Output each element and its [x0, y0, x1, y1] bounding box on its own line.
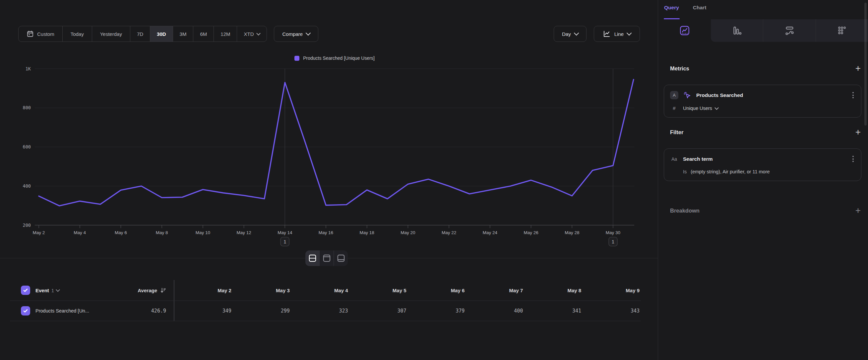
filter-operator[interactable]: Is	[683, 169, 687, 174]
sidebar: Query Chart Metrics + A	[658, 0, 868, 360]
aggregation-dropdown[interactable]: Unique Users	[683, 106, 718, 111]
x-axis-label: May 4	[73, 230, 86, 235]
x-axis-label: May 24	[483, 230, 498, 235]
x-axis-label: May 16	[319, 230, 333, 235]
check-icon	[23, 308, 28, 313]
tab-funnels[interactable]	[711, 19, 763, 42]
filter-section-header: Filter +	[670, 129, 861, 136]
metric-series-badge: A	[670, 91, 678, 99]
cell-value: 307	[349, 308, 408, 314]
events-table: Event 1 Average May 2May 3May 4May 5May …	[10, 280, 641, 321]
column-header[interactable]: May 2	[175, 287, 233, 293]
sort-icon	[160, 287, 166, 294]
funnels-icon	[731, 25, 742, 36]
event-count: 1	[52, 287, 54, 293]
flows-icon	[784, 25, 795, 36]
layout-split-button[interactable]	[305, 250, 320, 266]
y-axis-label: 800	[23, 105, 31, 110]
x-axis-label: May 10	[196, 230, 210, 235]
x-axis-label: May 28	[565, 230, 579, 235]
metric-menu-button[interactable]	[851, 91, 855, 100]
tab-chart[interactable]: Chart	[693, 5, 706, 19]
average-label: Average	[137, 287, 157, 293]
annotation-badge-label: 1	[612, 239, 614, 244]
check-icon	[23, 287, 28, 293]
tab-apps[interactable]	[816, 19, 868, 42]
layout-toggle	[305, 250, 348, 266]
data-line	[39, 79, 633, 205]
x-axis-label: May 30	[606, 230, 620, 235]
chevron-down-icon	[56, 287, 60, 292]
x-axis-label: May 8	[156, 230, 168, 235]
x-axis-label: May 6	[115, 230, 127, 235]
filter-menu-button[interactable]	[851, 155, 855, 163]
column-header[interactable]: May 8	[524, 287, 583, 293]
x-axis-label: May 20	[401, 230, 415, 235]
chevron-down-icon	[714, 106, 719, 110]
average-column-header[interactable]: Average	[125, 287, 166, 294]
row-checkbox[interactable]	[21, 306, 30, 315]
aggregation-label: Unique Users	[683, 106, 712, 111]
apps-grid-icon	[836, 25, 847, 36]
filter-card[interactable]: Aa Search term Is (empty string), Air pu…	[664, 148, 861, 181]
column-header[interactable]: May 6	[408, 287, 466, 293]
x-axis-label: May 26	[524, 230, 538, 235]
main-panel: CustomTodayYesterday7D30D3M6M12MXTD Comp…	[0, 0, 658, 360]
x-axis-label: May 22	[442, 230, 456, 235]
y-axis-label: 1K	[26, 66, 31, 72]
cell-value: 323	[291, 308, 349, 314]
row-label: Products Searched [Un...	[35, 308, 89, 313]
y-axis-label: 600	[23, 144, 31, 149]
metric-name: Products Searched	[696, 92, 743, 98]
y-axis-label: 200	[23, 222, 31, 228]
filter-property-name: Search term	[683, 156, 713, 162]
x-axis-label: May 2	[33, 230, 45, 235]
scrollbar-thumb[interactable]	[864, 3, 867, 126]
column-header[interactable]: May 5	[349, 287, 408, 293]
add-metric-button[interactable]: +	[856, 65, 861, 72]
string-property-icon: Aa	[670, 157, 678, 162]
filter-value[interactable]: (empty string), Air purifier, or 11 more	[691, 169, 770, 174]
report-type-tabs	[658, 19, 868, 42]
add-filter-button[interactable]: +	[856, 129, 861, 136]
cell-value: 349	[175, 308, 233, 314]
annotation-badge-label: 1	[283, 239, 286, 244]
tab-insights[interactable]	[658, 19, 711, 42]
cell-value: 341	[524, 308, 583, 314]
cell-value: 343	[583, 308, 641, 314]
column-header[interactable]: May 9	[583, 287, 641, 293]
metrics-section-header: Metrics +	[670, 65, 861, 72]
cell-value: 400	[466, 308, 524, 314]
y-axis-label: 400	[23, 183, 31, 189]
cell-value: 299	[233, 308, 291, 314]
breakdown-section-header: Breakdown +	[670, 207, 861, 214]
table-row[interactable]: Products Searched [Un... 426.9 349299323…	[10, 301, 641, 321]
x-axis-label: May 12	[237, 230, 251, 235]
tab-flows[interactable]	[763, 19, 816, 42]
sidebar-tabs: Query Chart	[658, 0, 868, 19]
filter-title: Filter	[670, 129, 683, 136]
line-chart[interactable]: 1K800600400200May 2May 4May 6May 8May 10…	[0, 0, 658, 266]
x-axis-label: May 18	[360, 230, 374, 235]
layout-table-only-button[interactable]	[334, 250, 348, 266]
table-header-row: Event 1 Average May 2May 3May 4May 5May …	[10, 280, 641, 301]
insights-icon	[679, 25, 690, 36]
tab-query[interactable]: Query	[664, 5, 679, 19]
metric-card[interactable]: A Products Searched # Unique Users	[664, 85, 861, 117]
add-breakdown-button[interactable]: +	[856, 207, 861, 214]
event-checkbox[interactable]	[21, 286, 30, 295]
metrics-title: Metrics	[670, 65, 689, 72]
column-header[interactable]: May 7	[466, 287, 524, 293]
breakdown-title: Breakdown	[670, 207, 700, 214]
event-header[interactable]: Event 1	[35, 287, 59, 293]
cell-value: 379	[408, 308, 466, 314]
layout-chart-only-button[interactable]	[320, 250, 334, 266]
column-header[interactable]: May 3	[233, 287, 291, 293]
aggregation-prefix: #	[670, 105, 678, 111]
event-cursor-icon	[683, 91, 692, 100]
column-header[interactable]: May 4	[291, 287, 349, 293]
x-axis-label: May 14	[278, 230, 292, 235]
event-label: Event	[35, 287, 49, 293]
average-value: 426.9	[151, 308, 166, 314]
